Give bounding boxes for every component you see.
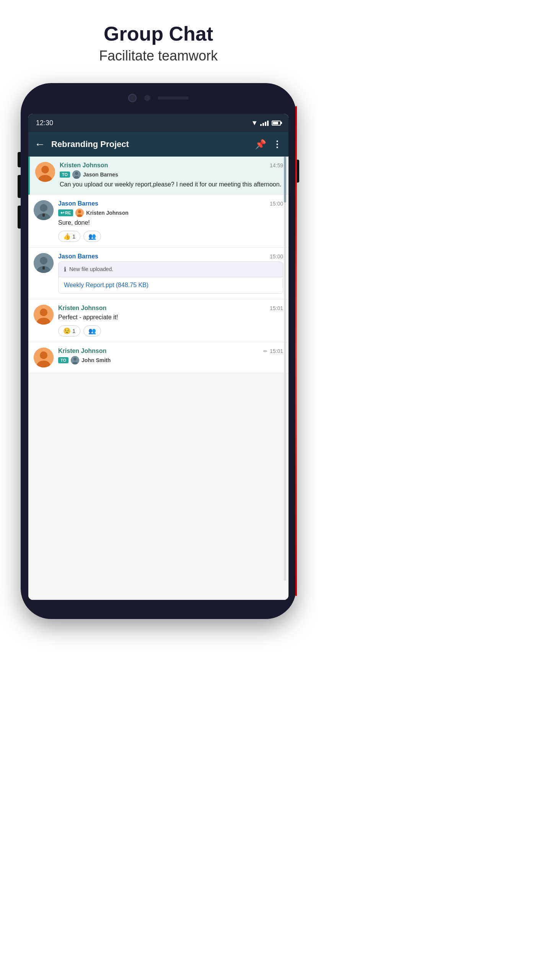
phone-sensors [128, 94, 189, 102]
tag-name: Kristen Johnson [86, 210, 128, 216]
front-camera [128, 94, 137, 102]
message-time: 15:01 [270, 305, 283, 311]
file-link[interactable]: Weekly Report.ppt (848.75 KB) [59, 277, 283, 293]
to-badge: TO [58, 357, 68, 363]
app-bar: ← Rebranding Project 📌 ⋮ [28, 132, 289, 157]
message-re-tag: ↩ RE Kristen Johnson [58, 209, 283, 217]
tag-avatar-john [71, 356, 79, 364]
thumbsup-emoji: 👍 [63, 233, 71, 240]
info-icon: ℹ [64, 266, 66, 273]
status-time: 12:30 [36, 119, 53, 127]
reactions: 👍 1 👥 [58, 231, 283, 242]
sender-name: Kristen Johnson [60, 162, 108, 169]
worry-emoji: 😟 [63, 327, 71, 335]
pin-icon[interactable]: 📌 [255, 139, 266, 150]
message-content: Kristen Johnson ✏ 15:01 TO [58, 348, 283, 368]
message-text: Can you upload our weekly report,please?… [60, 180, 283, 189]
message-header: Jason Barnes 15:00 [58, 253, 283, 260]
group-emoji: 👥 [88, 327, 96, 335]
message-to-tag: TO Jason Barnes [60, 170, 283, 179]
silent-button [18, 206, 21, 229]
group-emoji: 👥 [88, 233, 96, 240]
phone-edge-accent [295, 106, 297, 596]
svg-point-14 [40, 257, 47, 265]
file-message: ℹ New file uploaded. Weekly Report.ppt (… [58, 261, 283, 294]
svg-point-18 [40, 309, 47, 316]
svg-point-24 [73, 358, 77, 361]
avatar-jason [34, 253, 54, 273]
reaction-count: 1 [72, 328, 75, 334]
to-badge: TO [60, 172, 70, 178]
message-header: Jason Barnes 15:00 [58, 200, 283, 207]
message-time: 14:59 [270, 162, 283, 168]
svg-point-1 [41, 166, 49, 173]
group-reaction[interactable]: 👥 [83, 325, 101, 336]
edit-icon: ✏ [263, 348, 267, 354]
svg-point-7 [40, 204, 47, 212]
status-icons: ▼ [251, 119, 281, 127]
svg-point-11 [78, 210, 81, 213]
message-to-tag: TO John Smith [58, 356, 283, 364]
group-reaction[interactable]: 👥 [83, 231, 101, 242]
reaction-count: 1 [72, 233, 75, 240]
message-time: 15:00 [270, 201, 283, 207]
back-button[interactable]: ← [34, 139, 45, 150]
tag-name: John Smith [82, 357, 111, 363]
more-options-button[interactable]: ⋮ [272, 139, 282, 150]
message-header: Kristen Johnson 14:59 [60, 162, 283, 169]
message-text: Sure, done! [58, 219, 283, 227]
volume-down-button [18, 175, 21, 198]
file-info-bar: ℹ New file uploaded. [59, 262, 283, 277]
wifi-icon: ▼ [251, 119, 258, 127]
message-item: Kristen Johnson 15:01 Perfect - apprecia… [28, 299, 289, 342]
message-header: Kristen Johnson 15:01 [58, 305, 283, 312]
volume-up-button [18, 152, 21, 167]
message-item: Jason Barnes 15:00 ℹ New file uploaded. … [28, 248, 289, 299]
svg-point-4 [75, 172, 78, 175]
file-info-text: New file uploaded. [69, 266, 113, 272]
re-badge: ↩ RE [58, 209, 73, 216]
sender-name: Jason Barnes [58, 200, 98, 207]
chat-title: Rebranding Project [51, 139, 249, 149]
tag-name: Jason Barnes [83, 172, 118, 178]
message-content: Jason Barnes 15:00 ℹ New file uploaded. … [58, 253, 283, 294]
status-bar: 12:30 ▼ [28, 114, 289, 132]
message-header: Kristen Johnson ✏ 15:01 [58, 348, 283, 354]
scrollbar-thumb [284, 157, 286, 203]
phone-body: 12:30 ▼ [21, 83, 296, 619]
svg-rect-16 [42, 266, 45, 270]
thumbsup-reaction[interactable]: 👍 1 [58, 231, 80, 242]
speaker-grille [158, 96, 189, 100]
message-time: 15:01 [270, 348, 283, 354]
svg-point-21 [40, 351, 47, 359]
page-subtitle: Facilitate teamwork [8, 48, 309, 64]
avatar-kristen [34, 348, 54, 368]
battery-icon [272, 121, 281, 126]
tag-avatar-jason [72, 170, 81, 179]
message-content: Kristen Johnson 14:59 TO [60, 162, 283, 189]
message-content: Jason Barnes 15:00 ↩ RE [58, 200, 283, 242]
message-time: 15:00 [270, 253, 283, 260]
svg-rect-9 [42, 214, 45, 217]
avatar-kristen [34, 305, 54, 325]
message-item: Kristen Johnson 14:59 TO [28, 157, 289, 194]
message-text: Perfect - appreciate it! [58, 313, 283, 322]
page-header: Group Chat Facilitate teamwork [0, 0, 317, 75]
tag-avatar-kristen [75, 209, 84, 217]
reactions: 😟 1 👥 [58, 325, 283, 336]
sender-name: Jason Barnes [58, 253, 98, 260]
signal-icon [260, 120, 269, 126]
worry-reaction[interactable]: 😟 1 [58, 325, 80, 336]
avatar-jason [34, 200, 54, 220]
scrollbar-track [284, 157, 286, 581]
sender-name: Kristen Johnson [58, 348, 106, 354]
sender-name: Kristen Johnson [58, 305, 106, 312]
avatar-kristen [35, 162, 55, 182]
chat-list: Kristen Johnson 14:59 TO [28, 157, 289, 600]
sensor-dot [144, 95, 150, 101]
phone-screen: 12:30 ▼ [28, 114, 289, 600]
message-item: Jason Barnes 15:00 ↩ RE [28, 195, 289, 248]
page-title: Group Chat [8, 23, 309, 45]
phone-device: 12:30 ▼ [21, 83, 296, 619]
message-item: Kristen Johnson ✏ 15:01 TO [28, 342, 289, 373]
